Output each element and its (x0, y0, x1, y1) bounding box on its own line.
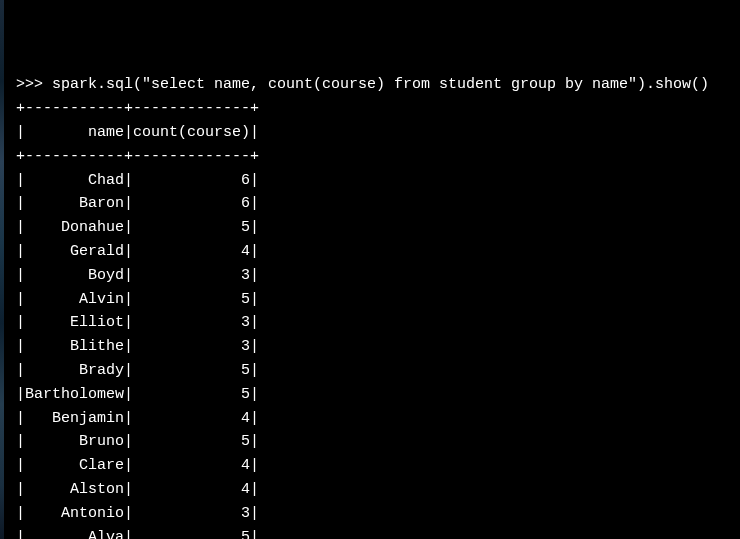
column-header-count: count(course) (133, 124, 250, 141)
table-border-mid: +-----------+-------------+ (16, 148, 259, 165)
table-border-top: +-----------+-------------+ (16, 100, 259, 117)
table-header-row: | name|count(course)| (16, 124, 259, 141)
terminal-window[interactable]: >>> spark.sql("select name, count(course… (0, 0, 740, 539)
table-rows: | Chad| 6| | Baron| 6| | Donahue| 5| | G… (16, 172, 259, 539)
column-header-name: name (25, 124, 124, 141)
entered-command: spark.sql("select name, count(course) fr… (52, 76, 709, 93)
terminal-content: >>> spark.sql("select name, count(course… (4, 73, 740, 539)
prompt-symbol: >>> (16, 76, 52, 93)
command-line: >>> spark.sql("select name, count(course… (16, 76, 709, 93)
window-edge-decoration (0, 0, 4, 539)
